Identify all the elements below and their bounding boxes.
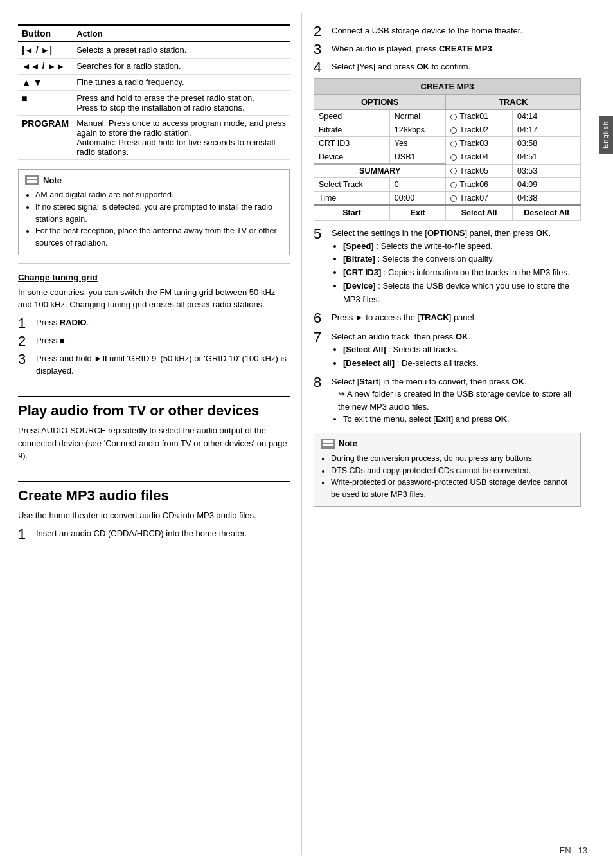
list-item: [CRT ID3] : Copies information on the tr… bbox=[343, 266, 581, 280]
step-item: 3Press and hold ►II until 'GRID 9' (50 k… bbox=[18, 352, 290, 377]
track-name-cell: Track05 bbox=[446, 164, 513, 178]
step-row: 8Select [Start] in the menu to convert, … bbox=[314, 375, 581, 426]
options-header: OPTIONS bbox=[314, 95, 446, 110]
footer-button[interactable]: Start bbox=[314, 205, 390, 221]
track-name-cell: Track06 bbox=[446, 178, 513, 192]
table-row: ◄◄ / ►►Searches for a radio station. bbox=[18, 59, 290, 75]
track-time-cell: 04:38 bbox=[512, 192, 580, 206]
track-time-cell: 04:09 bbox=[512, 178, 580, 192]
create-mp3-main-header: CREATE MP3 bbox=[314, 79, 581, 95]
select-track-value: 0 bbox=[389, 178, 446, 192]
list-item: [Select All] : Selects all tracks. bbox=[343, 343, 479, 357]
option-label-cell: CRT ID3 bbox=[314, 137, 390, 150]
step-num: 1 bbox=[18, 316, 36, 330]
step-content: Insert an audio CD (CDDA/HDCD) into the … bbox=[36, 527, 247, 540]
option-value-cell: 128kbps bbox=[389, 123, 446, 137]
table-row: SpeedNormalTrack0104:14 bbox=[314, 110, 581, 123]
list-item: Write-protected or password-protected US… bbox=[331, 476, 574, 501]
table-row: Bitrate128kbpsTrack0204:17 bbox=[314, 123, 581, 137]
footer-button[interactable]: Select All bbox=[446, 205, 513, 221]
step-row: 6Press ► to access the [TRACK] panel. bbox=[314, 311, 581, 325]
note-label-1: Note bbox=[43, 176, 62, 185]
track-header: TRACK bbox=[446, 95, 581, 110]
table-row: PROGRAMManual: Press once to access prog… bbox=[18, 116, 290, 160]
step-item: 2Press ■. bbox=[18, 334, 290, 348]
radio-circle bbox=[450, 127, 457, 134]
create-mp3-steps-left: 1Insert an audio CD (CDDA/HDCD) into the… bbox=[18, 527, 290, 541]
table-row: |◄ / ►|Selects a preset radio station. bbox=[18, 42, 290, 59]
step-item: 1Press RADIO. bbox=[18, 316, 290, 330]
button-action-table: Button Action |◄ / ►|Selects a preset ra… bbox=[18, 24, 290, 160]
radio-circle bbox=[450, 154, 457, 161]
change-tuning-heading: Change tuning grid bbox=[18, 273, 290, 282]
radio-circle bbox=[450, 168, 457, 174]
note-box-1: Note AM and digital radio are not suppor… bbox=[18, 169, 290, 255]
page-footer-label: EN bbox=[560, 845, 571, 855]
right-column: 2Connect a USB storage device to the hom… bbox=[302, 13, 599, 855]
step-num: 5 bbox=[314, 227, 332, 241]
col-header-action: Action bbox=[73, 25, 290, 42]
step-block: 8Select [Start] in the menu to convert, … bbox=[314, 375, 581, 426]
table-row: DeviceUSB1Track0404:51 bbox=[314, 150, 581, 165]
create-mp3-body: Use the home theater to convert audio CD… bbox=[18, 509, 290, 522]
list-item: For the best reception, place the antenn… bbox=[35, 225, 283, 249]
step-content: Press ► to access the [TRACK] panel. bbox=[332, 311, 476, 324]
button-cell: ■ bbox=[18, 91, 73, 116]
radio-circle bbox=[450, 182, 457, 188]
button-cell: ◄◄ / ►► bbox=[18, 59, 73, 75]
table-row: Time00:00Track0704:38 bbox=[314, 192, 581, 206]
play-audio-body: Press AUDIO SOURCE repeatedly to select … bbox=[18, 424, 290, 462]
col-header-button: Button bbox=[18, 25, 73, 42]
step-num: 2 bbox=[18, 334, 36, 348]
list-item: [Deselect all] : De-selects all tracks. bbox=[343, 357, 479, 370]
step-num: 4 bbox=[314, 60, 332, 75]
step-num: 3 bbox=[314, 42, 332, 57]
note-list-1: AM and digital radio are not supported.I… bbox=[35, 189, 283, 249]
track-time-cell: 04:17 bbox=[512, 123, 580, 137]
page-footer-num: 13 bbox=[578, 845, 587, 855]
button-cell: |◄ / ►| bbox=[18, 42, 73, 59]
radio-circle bbox=[450, 195, 457, 202]
step-content: Select [Start] in the menu to convert, t… bbox=[332, 375, 581, 426]
step-block: 6Press ► to access the [TRACK] panel. bbox=[314, 311, 581, 325]
list-item: To exit the menu, select [Exit] and pres… bbox=[343, 413, 581, 426]
time-value: 00:00 bbox=[389, 192, 446, 206]
step-block: 7Select an audio track, then press OK.[S… bbox=[314, 330, 581, 370]
page: English Button Action |◄ / ►|Selects a p… bbox=[0, 0, 613, 868]
footer-button[interactable]: Deselect All bbox=[512, 205, 580, 221]
option-value-cell: Yes bbox=[389, 137, 446, 150]
footer-button[interactable]: Exit bbox=[389, 205, 446, 221]
step-num: 1 bbox=[18, 527, 36, 541]
note-box-2: Note During the conversion process, do n… bbox=[314, 433, 581, 507]
step-content: Select an audio track, then press OK.[Se… bbox=[332, 330, 479, 370]
step-content: Press RADIO. bbox=[36, 316, 89, 329]
table-row: ▲ ▼Fine tunes a radio frequency. bbox=[18, 75, 290, 91]
create-mp3-title: Create MP3 audio files bbox=[18, 481, 290, 504]
table-row: Select Track0Track0604:09 bbox=[314, 178, 581, 192]
note-header-1: Note bbox=[25, 175, 283, 185]
divider-3 bbox=[18, 469, 290, 469]
create-mp3-steps-right-top: 2Connect a USB storage device to the hom… bbox=[314, 24, 581, 75]
note-list-2: During the conversion process, do not pr… bbox=[331, 453, 574, 501]
step-content: Press ■. bbox=[36, 334, 67, 347]
track-time-cell: 04:14 bbox=[512, 110, 580, 123]
step-block: 5Select the settings in the [OPTIONS] pa… bbox=[314, 227, 581, 306]
note-icon-2 bbox=[321, 439, 335, 449]
list-item: If no stereo signal is detected, you are… bbox=[35, 201, 283, 226]
step-content: Select the settings in the [OPTIONS] pan… bbox=[332, 227, 581, 306]
create-mp3-steps-right-bottom: 5Select the settings in the [OPTIONS] pa… bbox=[314, 227, 581, 426]
step-num: 7 bbox=[314, 330, 332, 345]
list-item: AM and digital radio are not supported. bbox=[35, 189, 283, 201]
summary-cell: SUMMARY bbox=[314, 164, 446, 178]
track-name-cell: Track04 bbox=[446, 150, 513, 165]
track-time-cell: 03:58 bbox=[512, 137, 580, 150]
radio-circle bbox=[450, 114, 457, 120]
time-label: Time bbox=[314, 192, 390, 206]
option-value-cell: Normal bbox=[389, 110, 446, 123]
step-row: 5Select the settings in the [OPTIONS] pa… bbox=[314, 227, 581, 306]
button-cell: ▲ ▼ bbox=[18, 75, 73, 91]
track-name-cell: Track02 bbox=[446, 123, 513, 137]
step-content: Select [Yes] and press OK to confirm. bbox=[332, 60, 470, 73]
step-item: 3When audio is played, press CREATE MP3. bbox=[314, 42, 581, 57]
action-cell: Fine tunes a radio frequency. bbox=[73, 75, 290, 91]
